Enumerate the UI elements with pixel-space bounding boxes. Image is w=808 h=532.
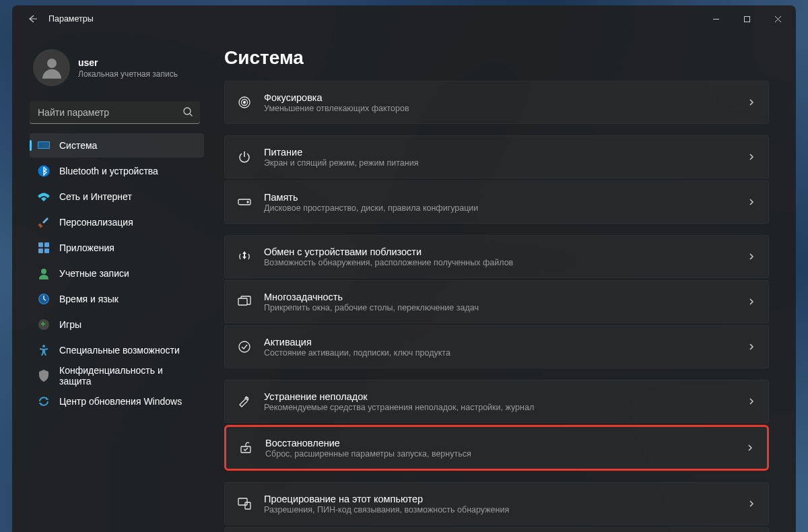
sidebar-item-label: Персонализация (59, 217, 133, 228)
privacy-icon (38, 370, 50, 382)
sidebar-item-label: Игры (59, 319, 81, 330)
setting-projecting[interactable]: Проецирование на этот компьютерРазрешени… (224, 482, 769, 525)
card-title: Обмен с устройствами поблизости (264, 246, 747, 257)
nearby-icon (237, 249, 252, 264)
time-icon (38, 293, 50, 305)
svg-line-6 (190, 114, 193, 117)
sidebar-item-apps[interactable]: Приложения (30, 236, 204, 260)
sidebar-item-label: Bluetooth и устройства (59, 166, 158, 176)
chevron-right-icon (747, 499, 756, 508)
sidebar-item-label: Конфиденциальность и защита (59, 365, 196, 387)
sidebar-item-update[interactable]: Центр обновления Windows (30, 389, 204, 413)
close-button[interactable] (762, 8, 793, 30)
chevron-right-icon (747, 397, 756, 406)
main-content: Система ФокусировкаУменьшение отвлекающи… (211, 32, 796, 532)
svg-point-24 (247, 201, 248, 203)
window-body: user Локальная учетная запись СистемаBlu… (12, 32, 796, 532)
card-title: Восстановление (265, 438, 745, 448)
sidebar-item-accessibility[interactable]: Специальные возможности (30, 338, 204, 362)
svg-rect-12 (44, 242, 49, 247)
card-subtitle: Уменьшение отвлекающих факторов (264, 104, 747, 113)
svg-rect-29 (238, 498, 247, 505)
personalization-icon (38, 216, 50, 228)
minimize-button[interactable] (700, 8, 731, 30)
chevron-right-icon (747, 342, 756, 352)
sidebar-item-privacy[interactable]: Конфиденциальность и защита (30, 364, 204, 388)
card-subtitle: Сброс, расширенные параметры запуска, ве… (265, 449, 745, 459)
card-subtitle: Возможность обнаружения, расположение по… (264, 258, 747, 267)
chevron-right-icon (745, 443, 755, 453)
svg-point-22 (244, 102, 246, 104)
network-icon (38, 191, 50, 203)
sidebar-item-bluetooth[interactable]: Bluetooth и устройства (30, 159, 204, 183)
card-title: Активация (264, 337, 747, 347)
setting-remote[interactable]: Удаленный рабочий столПользователи удале… (224, 527, 769, 532)
accounts-icon (38, 267, 50, 279)
person-icon (38, 54, 66, 82)
sidebar-item-network[interactable]: Сеть и Интернет (30, 185, 204, 209)
card-subtitle: Разрешения, ПИН-код связывания, возможно… (264, 505, 747, 514)
sidebar-item-time[interactable]: Время и язык (30, 287, 204, 311)
chevron-right-icon (747, 297, 756, 306)
troubleshoot-icon (237, 394, 252, 409)
sidebar-item-system[interactable]: Система (30, 133, 204, 158)
activation-icon (237, 339, 252, 354)
setting-activation[interactable]: АктивацияСостояние активации, подписки, … (224, 325, 769, 368)
search-input[interactable] (30, 101, 200, 124)
svg-rect-13 (38, 248, 43, 253)
svg-rect-10 (38, 223, 42, 228)
card-title: Многозадачность (264, 292, 747, 302)
back-arrow-icon (27, 13, 38, 24)
maximize-button[interactable] (731, 8, 762, 30)
nav-list: СистемаBluetooth и устройстваСеть и Инте… (30, 133, 204, 413)
sidebar-item-gaming[interactable]: Игры (30, 312, 204, 337)
multitasking-icon (237, 294, 252, 309)
setting-recovery[interactable]: ВосстановлениеСброс, расширенные парамет… (224, 425, 769, 471)
window-title: Параметры (48, 14, 94, 24)
sidebar-item-label: Специальные возможности (59, 345, 180, 356)
user-profile[interactable]: user Локальная учетная запись (30, 46, 204, 98)
svg-point-19 (42, 345, 45, 347)
storage-icon (237, 195, 252, 209)
svg-point-27 (246, 398, 248, 400)
setting-nearby[interactable]: Обмен с устройствами поблизостиВозможнос… (224, 235, 769, 278)
setting-focus[interactable]: ФокусировкаУменьшение отвлекающих фактор… (224, 81, 769, 124)
sidebar-item-label: Центр обновления Windows (59, 396, 182, 407)
card-title: Питание (264, 147, 747, 158)
sidebar-item-label: Время и язык (59, 294, 119, 304)
card-title: Проецирование на этот компьютер (264, 494, 747, 504)
setting-power[interactable]: ПитаниеЭкран и спящий режим, режим питан… (224, 135, 769, 178)
minimize-icon (712, 15, 720, 23)
svg-rect-8 (38, 142, 49, 148)
update-icon (38, 395, 50, 407)
sidebar-item-personalization[interactable]: Персонализация (30, 210, 204, 234)
focus-icon (237, 95, 252, 110)
search-container (30, 101, 200, 124)
card-subtitle: Состояние активации, подписки, ключ прод… (264, 348, 747, 358)
svg-rect-25 (238, 298, 247, 305)
card-title: Фокусировка (264, 92, 747, 103)
sidebar-item-label: Сеть и Интернет (59, 191, 132, 202)
card-subtitle: Прикрепить окна, рабочие столы, переключ… (264, 303, 747, 312)
setting-troubleshoot[interactable]: Устранение неполадокРекомендуемые средст… (224, 380, 769, 423)
user-subtitle: Локальная учетная запись (78, 69, 178, 79)
setting-storage[interactable]: ПамятьДисковое пространство, диски, прав… (224, 180, 769, 224)
titlebar: Параметры (12, 5, 796, 32)
system-icon (38, 139, 50, 152)
svg-point-5 (184, 108, 191, 114)
card-subtitle: Экран и спящий режим, режим питания (264, 158, 747, 168)
back-button[interactable] (22, 8, 43, 30)
page-title: Система (224, 47, 769, 69)
setting-multitasking[interactable]: МногозадачностьПрикрепить окна, рабочие … (224, 280, 769, 323)
maximize-icon (743, 15, 751, 23)
chevron-right-icon (747, 98, 756, 107)
sidebar-item-label: Учетные записи (59, 268, 129, 279)
card-title: Память (264, 192, 747, 203)
avatar (33, 49, 70, 86)
window-controls (700, 8, 793, 30)
card-title: Устранение неполадок (264, 391, 747, 402)
card-subtitle: Дисковое пространство, диски, правила ко… (264, 203, 747, 213)
recovery-icon (238, 440, 253, 455)
sidebar-item-accounts[interactable]: Учетные записи (30, 261, 204, 286)
svg-point-4 (47, 59, 57, 68)
